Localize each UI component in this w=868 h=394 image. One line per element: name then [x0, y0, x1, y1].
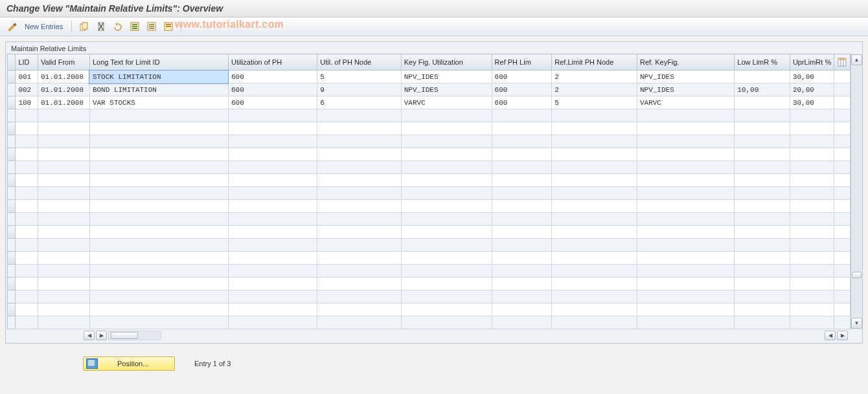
cell[interactable]	[89, 252, 228, 265]
cell[interactable]: 600	[228, 83, 317, 96]
column-header[interactable]: Low LimR %	[735, 54, 790, 71]
scroll-track[interactable]	[852, 66, 862, 317]
cell[interactable]	[401, 200, 492, 213]
new-entries-button[interactable]: New Entries	[22, 21, 65, 32]
cell[interactable]	[228, 290, 317, 303]
cell[interactable]	[89, 226, 228, 239]
cell[interactable]	[401, 187, 492, 200]
cell[interactable]	[401, 239, 492, 252]
cell[interactable]	[735, 252, 790, 265]
cell[interactable]	[790, 213, 834, 226]
cell[interactable]	[637, 316, 734, 329]
row-selector[interactable]	[8, 135, 16, 148]
cell[interactable]	[317, 187, 401, 200]
cell[interactable]	[790, 316, 834, 329]
cell[interactable]	[38, 161, 90, 174]
column-header[interactable]: Utilization of PH	[228, 54, 317, 71]
cell[interactable]	[401, 316, 492, 329]
cell[interactable]	[637, 278, 734, 290]
cell[interactable]: VARVC	[401, 96, 492, 109]
cell[interactable]	[317, 316, 401, 329]
cell[interactable]	[552, 200, 637, 213]
cell[interactable]	[16, 226, 38, 239]
cell[interactable]	[16, 161, 38, 174]
cell[interactable]	[228, 148, 317, 161]
delete-icon[interactable]	[95, 20, 108, 33]
cell[interactable]	[89, 265, 228, 278]
hscroll-track[interactable]	[108, 331, 161, 340]
cell[interactable]	[552, 109, 637, 122]
cell[interactable]	[790, 174, 834, 187]
row-selector[interactable]	[8, 278, 16, 290]
cell[interactable]	[552, 174, 637, 187]
cell[interactable]	[492, 226, 552, 239]
cell[interactable]	[637, 200, 734, 213]
cell[interactable]	[317, 200, 401, 213]
cell[interactable]	[637, 148, 734, 161]
cell[interactable]	[16, 290, 38, 303]
row-selector[interactable]	[8, 122, 16, 135]
cell[interactable]	[228, 200, 317, 213]
cell[interactable]	[637, 187, 734, 200]
scroll-up-icon[interactable]: ▲	[851, 54, 862, 65]
cell[interactable]	[228, 303, 317, 316]
row-selector[interactable]	[8, 303, 16, 316]
cell[interactable]	[401, 265, 492, 278]
cell[interactable]	[492, 278, 552, 290]
cell[interactable]	[38, 316, 90, 329]
cell[interactable]	[790, 187, 834, 200]
cell[interactable]	[228, 161, 317, 174]
data-grid[interactable]: LIDValid FromLong Text for Limit IDUtili…	[7, 54, 851, 329]
cell[interactable]: 100	[16, 96, 38, 109]
cell[interactable]	[38, 135, 90, 148]
cell[interactable]	[552, 161, 637, 174]
cell[interactable]	[16, 135, 38, 148]
cell[interactable]	[228, 226, 317, 239]
cell[interactable]	[317, 161, 401, 174]
row-selector-header[interactable]	[8, 54, 16, 71]
cell[interactable]: 2	[552, 71, 637, 83]
cell[interactable]	[401, 161, 492, 174]
cell[interactable]: 9	[317, 83, 401, 96]
cell[interactable]	[401, 303, 492, 316]
cell[interactable]	[401, 213, 492, 226]
cell[interactable]	[735, 226, 790, 239]
cell[interactable]	[637, 252, 734, 265]
cell[interactable]	[735, 174, 790, 187]
cell[interactable]	[89, 278, 228, 290]
cell[interactable]	[228, 187, 317, 200]
cell[interactable]	[317, 290, 401, 303]
cell[interactable]: NPV_IDES	[401, 71, 492, 83]
cell[interactable]	[492, 200, 552, 213]
cell[interactable]: 600	[492, 96, 552, 109]
cell[interactable]	[38, 278, 90, 290]
cell[interactable]	[552, 278, 637, 290]
cell[interactable]	[790, 290, 834, 303]
cell[interactable]: 600	[228, 71, 317, 83]
cell[interactable]	[38, 252, 90, 265]
scroll-right-end-icon[interactable]: ▶	[837, 331, 848, 340]
cell[interactable]	[492, 161, 552, 174]
cell[interactable]	[38, 265, 90, 278]
column-header[interactable]: Util. of PH Node	[317, 54, 401, 71]
cell[interactable]	[16, 174, 38, 187]
cell[interactable]	[401, 290, 492, 303]
row-selector[interactable]	[8, 239, 16, 252]
row-selector[interactable]	[8, 187, 16, 200]
cell[interactable]	[492, 265, 552, 278]
row-selector[interactable]	[8, 96, 16, 109]
cell[interactable]	[492, 316, 552, 329]
cell[interactable]	[38, 226, 90, 239]
cell[interactable]	[735, 148, 790, 161]
cell[interactable]	[735, 290, 790, 303]
cell[interactable]	[492, 303, 552, 316]
cell[interactable]: VARVC	[637, 96, 734, 109]
cell[interactable]	[317, 174, 401, 187]
cell[interactable]	[16, 265, 38, 278]
cell[interactable]	[89, 290, 228, 303]
cell[interactable]	[492, 109, 552, 122]
cell[interactable]	[89, 148, 228, 161]
cell[interactable]	[228, 316, 317, 329]
cell[interactable]	[637, 174, 734, 187]
row-selector[interactable]	[8, 252, 16, 265]
